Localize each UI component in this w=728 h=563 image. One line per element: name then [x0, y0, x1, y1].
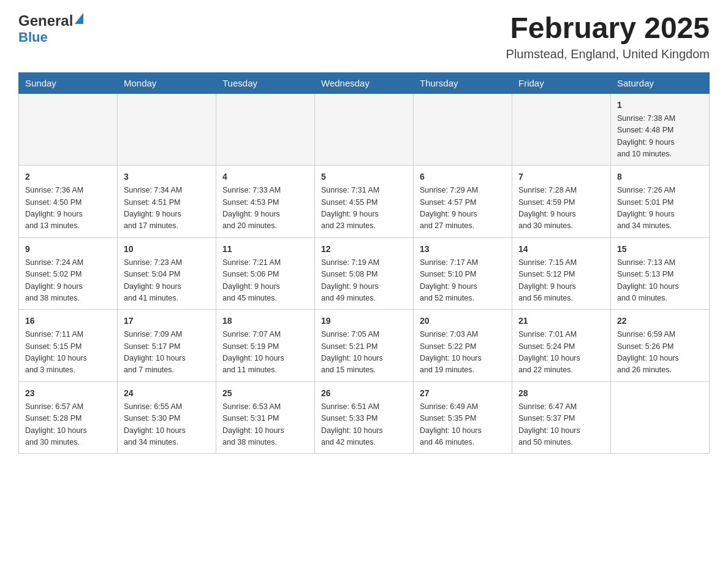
calendar-cell: 27Sunrise: 6:49 AM Sunset: 5:35 PM Dayli…: [414, 381, 512, 454]
day-number: 15: [617, 243, 703, 256]
day-number: 26: [321, 387, 407, 400]
calendar-cell: 10Sunrise: 7:23 AM Sunset: 5:04 PM Dayli…: [118, 237, 216, 310]
calendar-cell: [414, 93, 512, 166]
day-number: 21: [518, 315, 604, 327]
day-info: Sunrise: 7:29 AM Sunset: 4:57 PM Dayligh…: [420, 185, 506, 232]
calendar-cell: 12Sunrise: 7:19 AM Sunset: 5:08 PM Dayli…: [315, 237, 414, 310]
day-info: Sunrise: 6:49 AM Sunset: 5:35 PM Dayligh…: [420, 401, 506, 449]
day-info: Sunrise: 7:21 AM Sunset: 5:06 PM Dayligh…: [222, 257, 308, 305]
day-info: Sunrise: 7:03 AM Sunset: 5:22 PM Dayligh…: [420, 329, 506, 377]
calendar-cell: 4Sunrise: 7:33 AM Sunset: 4:53 PM Daylig…: [216, 166, 315, 238]
day-number: 19: [321, 315, 407, 327]
calendar-cell: 24Sunrise: 6:55 AM Sunset: 5:30 PM Dayli…: [118, 381, 216, 454]
calendar-week-row: 2Sunrise: 7:36 AM Sunset: 4:50 PM Daylig…: [19, 166, 710, 238]
calendar-cell: 23Sunrise: 6:57 AM Sunset: 5:28 PM Dayli…: [19, 381, 118, 454]
logo-blue-text: Blue: [18, 29, 48, 45]
day-info: Sunrise: 6:59 AM Sunset: 5:26 PM Dayligh…: [617, 329, 703, 377]
calendar-cell: 22Sunrise: 6:59 AM Sunset: 5:26 PM Dayli…: [611, 310, 710, 382]
calendar-header-wednesday: Wednesday: [315, 72, 414, 93]
calendar-table: SundayMondayTuesdayWednesdayThursdayFrid…: [18, 72, 710, 454]
day-number: 6: [420, 170, 506, 183]
day-info: Sunrise: 7:07 AM Sunset: 5:19 PM Dayligh…: [222, 329, 308, 377]
day-number: 3: [124, 170, 210, 183]
day-info: Sunrise: 7:26 AM Sunset: 5:01 PM Dayligh…: [617, 185, 703, 232]
day-info: Sunrise: 7:19 AM Sunset: 5:08 PM Dayligh…: [321, 257, 407, 305]
calendar-cell: 15Sunrise: 7:13 AM Sunset: 5:13 PM Dayli…: [611, 237, 710, 310]
day-number: 16: [25, 315, 111, 327]
day-number: 8: [617, 170, 703, 183]
day-number: 4: [222, 170, 308, 183]
day-info: Sunrise: 7:31 AM Sunset: 4:55 PM Dayligh…: [321, 185, 407, 232]
calendar-header-sunday: Sunday: [19, 72, 118, 93]
day-info: Sunrise: 6:55 AM Sunset: 5:30 PM Dayligh…: [124, 401, 210, 449]
day-number: 7: [518, 170, 604, 183]
day-number: 23: [25, 387, 111, 400]
calendar-cell: 26Sunrise: 6:51 AM Sunset: 5:33 PM Dayli…: [315, 381, 414, 454]
calendar-header-tuesday: Tuesday: [216, 72, 315, 93]
day-info: Sunrise: 7:36 AM Sunset: 4:50 PM Dayligh…: [25, 185, 111, 232]
calendar-cell: 16Sunrise: 7:11 AM Sunset: 5:15 PM Dayli…: [19, 310, 118, 382]
day-number: 24: [124, 387, 210, 400]
calendar-cell: 6Sunrise: 7:29 AM Sunset: 4:57 PM Daylig…: [414, 166, 512, 238]
day-number: 18: [222, 315, 308, 327]
calendar-cell: 28Sunrise: 6:47 AM Sunset: 5:37 PM Dayli…: [512, 381, 611, 454]
day-number: 5: [321, 170, 407, 183]
day-info: Sunrise: 6:57 AM Sunset: 5:28 PM Dayligh…: [25, 401, 111, 449]
day-number: 9: [25, 243, 111, 256]
calendar-cell: 19Sunrise: 7:05 AM Sunset: 5:21 PM Dayli…: [315, 310, 414, 382]
calendar-cell: 5Sunrise: 7:31 AM Sunset: 4:55 PM Daylig…: [315, 166, 414, 238]
day-info: Sunrise: 7:15 AM Sunset: 5:12 PM Dayligh…: [518, 257, 604, 305]
calendar-cell: 18Sunrise: 7:07 AM Sunset: 5:19 PM Dayli…: [216, 310, 315, 382]
day-number: 25: [222, 387, 308, 400]
calendar-cell: 20Sunrise: 7:03 AM Sunset: 5:22 PM Dayli…: [414, 310, 512, 382]
day-number: 27: [420, 387, 506, 400]
day-info: Sunrise: 6:53 AM Sunset: 5:31 PM Dayligh…: [222, 401, 308, 449]
calendar-cell: [118, 93, 216, 166]
day-info: Sunrise: 7:23 AM Sunset: 5:04 PM Dayligh…: [124, 257, 210, 305]
day-number: 14: [518, 243, 604, 256]
calendar-cell: [315, 93, 414, 166]
day-number: 2: [25, 170, 111, 183]
day-number: 1: [617, 99, 703, 112]
day-info: Sunrise: 7:24 AM Sunset: 5:02 PM Dayligh…: [25, 257, 111, 305]
calendar-cell: 1Sunrise: 7:38 AM Sunset: 4:48 PM Daylig…: [611, 93, 710, 166]
day-info: Sunrise: 7:33 AM Sunset: 4:53 PM Dayligh…: [222, 185, 308, 232]
day-info: Sunrise: 7:09 AM Sunset: 5:17 PM Dayligh…: [124, 329, 210, 377]
calendar-cell: 14Sunrise: 7:15 AM Sunset: 5:12 PM Dayli…: [512, 237, 611, 310]
calendar-header-row: SundayMondayTuesdayWednesdayThursdayFrid…: [19, 72, 710, 93]
day-info: Sunrise: 7:05 AM Sunset: 5:21 PM Dayligh…: [321, 329, 407, 377]
logo-general-text: General: [18, 12, 73, 29]
calendar-header-monday: Monday: [118, 72, 216, 93]
day-number: 10: [124, 243, 210, 256]
calendar-header-friday: Friday: [512, 72, 611, 93]
day-info: Sunrise: 6:47 AM Sunset: 5:37 PM Dayligh…: [518, 401, 604, 449]
calendar-cell: 13Sunrise: 7:17 AM Sunset: 5:10 PM Dayli…: [414, 237, 512, 310]
calendar-header-thursday: Thursday: [414, 72, 512, 93]
day-info: Sunrise: 7:01 AM Sunset: 5:24 PM Dayligh…: [518, 329, 604, 377]
calendar-cell: 11Sunrise: 7:21 AM Sunset: 5:06 PM Dayli…: [216, 237, 315, 310]
day-info: Sunrise: 7:17 AM Sunset: 5:10 PM Dayligh…: [420, 257, 506, 305]
calendar-cell: 7Sunrise: 7:28 AM Sunset: 4:59 PM Daylig…: [512, 166, 611, 238]
calendar-cell: 2Sunrise: 7:36 AM Sunset: 4:50 PM Daylig…: [19, 166, 118, 238]
day-info: Sunrise: 7:11 AM Sunset: 5:15 PM Dayligh…: [25, 329, 111, 377]
title-area: February 2025 Plumstead, England, United…: [506, 12, 710, 61]
day-info: Sunrise: 6:51 AM Sunset: 5:33 PM Dayligh…: [321, 401, 407, 449]
day-number: 20: [420, 315, 506, 327]
day-info: Sunrise: 7:13 AM Sunset: 5:13 PM Dayligh…: [617, 257, 703, 305]
day-number: 11: [222, 243, 308, 256]
day-number: 17: [124, 315, 210, 327]
day-info: Sunrise: 7:34 AM Sunset: 4:51 PM Dayligh…: [124, 185, 210, 232]
day-number: 13: [420, 243, 506, 256]
day-info: Sunrise: 7:38 AM Sunset: 4:48 PM Dayligh…: [617, 113, 703, 161]
month-title: February 2025: [506, 12, 710, 45]
calendar-cell: [512, 93, 611, 166]
logo-flag-icon: [75, 13, 83, 24]
page-header: General Blue February 2025 Plumstead, En…: [18, 12, 710, 61]
calendar-cell: [216, 93, 315, 166]
calendar-cell: 25Sunrise: 6:53 AM Sunset: 5:31 PM Dayli…: [216, 381, 315, 454]
calendar-cell: [611, 381, 710, 454]
location-title: Plumstead, England, United Kingdom: [506, 47, 710, 61]
calendar-week-row: 23Sunrise: 6:57 AM Sunset: 5:28 PM Dayli…: [19, 381, 710, 454]
calendar-cell: 21Sunrise: 7:01 AM Sunset: 5:24 PM Dayli…: [512, 310, 611, 382]
calendar-cell: [19, 93, 118, 166]
